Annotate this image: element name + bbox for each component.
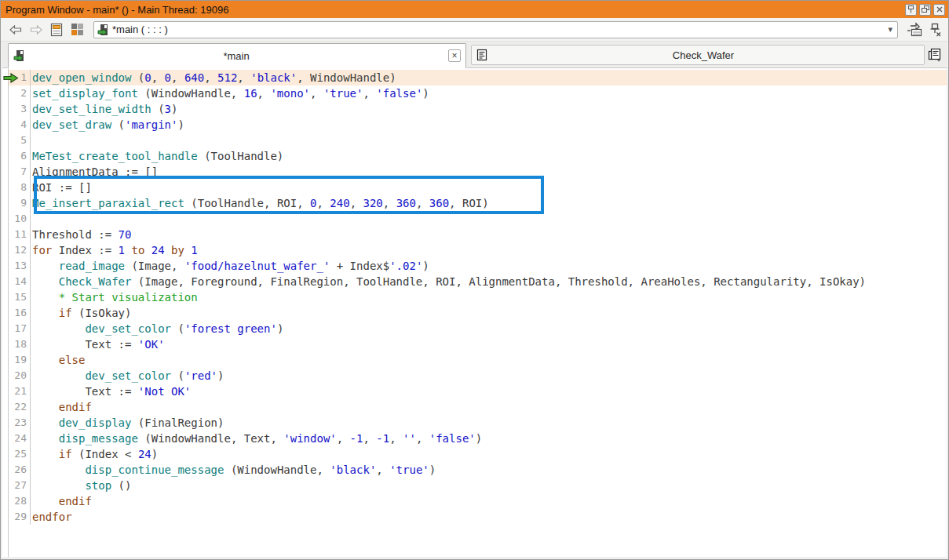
code-text bbox=[31, 211, 32, 227]
restore-icon bbox=[922, 5, 929, 13]
line-number: 3 bbox=[9, 101, 31, 117]
forward-icon bbox=[30, 25, 42, 35]
window-layout-button[interactable] bbox=[68, 21, 86, 38]
code-editor[interactable]: 1dev_open_window (0, 0, 640, 512, 'black… bbox=[2, 68, 947, 557]
procedure-selector[interactable]: *main ( : : : ) ▾ bbox=[93, 21, 898, 38]
code-text: endfor bbox=[31, 509, 72, 525]
main-procedure-icon bbox=[13, 49, 24, 62]
line-number: 20 bbox=[9, 368, 31, 384]
pin-icon bbox=[907, 5, 914, 13]
code-line[interactable]: 22 endif bbox=[9, 399, 947, 415]
code-text: dev_open_window (0, 0, 640, 512, 'black'… bbox=[31, 70, 396, 85]
code-text: Check_Wafer (Image, Foreground, FinalReg… bbox=[31, 274, 866, 289]
code-text: if (Index < 24) bbox=[31, 446, 158, 462]
code-line[interactable]: 18 Text := 'OK' bbox=[9, 336, 947, 352]
code-line[interactable]: 17 dev_set_color ('forest green') bbox=[9, 321, 947, 336]
code-text: Text := 'OK' bbox=[31, 336, 165, 352]
line-number: 21 bbox=[9, 384, 31, 399]
code-line[interactable]: 4dev_set_draw ('margin') bbox=[9, 117, 947, 133]
tab-main[interactable]: *main × bbox=[8, 43, 466, 68]
line-number: 22 bbox=[9, 399, 31, 415]
code-text: stop () bbox=[31, 478, 131, 493]
code-line[interactable]: 15 * Start visualization bbox=[9, 289, 947, 305]
unpin-window-button[interactable] bbox=[926, 21, 944, 38]
procedure-selector-value: *main ( : : : ) bbox=[112, 24, 884, 35]
code-line[interactable]: 29endfor bbox=[9, 509, 947, 525]
close-window-button[interactable] bbox=[933, 4, 945, 16]
code-line[interactable]: 3dev_set_line_width (3) bbox=[9, 101, 947, 117]
line-number: 15 bbox=[9, 289, 31, 305]
tab-check-wafer[interactable]: Check_Wafer bbox=[471, 45, 925, 65]
unpin-icon bbox=[929, 23, 942, 37]
toolbar: *main ( : : : ) ▾ bbox=[1, 18, 948, 42]
code-text: dev_set_line_width (3) bbox=[31, 101, 177, 117]
code-rows: 1dev_open_window (0, 0, 640, 512, 'black… bbox=[9, 70, 947, 525]
tab-close-button[interactable]: × bbox=[448, 49, 461, 62]
procedure-document-icon bbox=[476, 49, 487, 61]
code-text: dev_set_color ('forest green') bbox=[31, 321, 283, 336]
code-line[interactable]: 26 disp_continue_message (WindowHandle, … bbox=[9, 462, 947, 478]
line-number: 19 bbox=[9, 352, 31, 368]
code-text: disp_message (WindowHandle, Text, 'windo… bbox=[31, 431, 482, 446]
code-line[interactable]: 23 dev_display (FinalRegion) bbox=[9, 415, 947, 431]
code-line[interactable]: 21 Text := 'Not OK' bbox=[9, 384, 947, 399]
code-text: dev_set_color ('red') bbox=[31, 368, 224, 384]
code-line[interactable]: 28 endif bbox=[9, 493, 947, 509]
code-line[interactable]: 27 stop () bbox=[9, 478, 947, 493]
tab-check-wafer-label: Check_Wafer bbox=[487, 49, 919, 61]
procedure-list-icon bbox=[50, 23, 63, 37]
line-number: 8 bbox=[9, 180, 31, 195]
code-text: for Index := 1 to 24 by 1 bbox=[31, 242, 198, 258]
line-number: 4 bbox=[9, 117, 31, 133]
line-number: 2 bbox=[9, 85, 31, 101]
code-line[interactable]: 5 bbox=[9, 133, 947, 148]
code-line[interactable]: 25 if (Index < 24) bbox=[9, 446, 947, 462]
breakpoint-margin[interactable] bbox=[2, 68, 9, 557]
pin-window-button[interactable] bbox=[905, 4, 917, 16]
code-line[interactable]: 19 else bbox=[9, 352, 947, 368]
procedure-list-button[interactable] bbox=[48, 21, 65, 38]
code-line[interactable]: 13 read_image (Image, 'food/hazelnut_waf… bbox=[9, 258, 947, 274]
tab-list-icon bbox=[927, 48, 942, 62]
main-procedure-icon bbox=[97, 24, 108, 36]
line-number: 16 bbox=[9, 305, 31, 321]
line-number: 7 bbox=[9, 164, 31, 180]
selection-rect bbox=[34, 176, 544, 214]
window-title: Program Window - main* () - Main Thread:… bbox=[5, 4, 903, 16]
forward-button[interactable] bbox=[27, 21, 45, 38]
line-number: 9 bbox=[9, 195, 31, 211]
line-number: 6 bbox=[9, 148, 31, 164]
code-line[interactable]: 2set_display_font (WindowHandle, 16, 'mo… bbox=[9, 85, 947, 101]
code-line[interactable]: 6MeTest_create_tool_handle (ToolHandle) bbox=[9, 148, 947, 164]
code-text: Threshold := 70 bbox=[31, 227, 131, 242]
code-line[interactable]: 1dev_open_window (0, 0, 640, 512, 'black… bbox=[9, 70, 947, 85]
attach-window-button[interactable] bbox=[906, 21, 923, 38]
tab-list-button[interactable] bbox=[924, 45, 944, 65]
back-button[interactable] bbox=[7, 21, 24, 38]
code-line[interactable]: 12for Index := 1 to 24 by 1 bbox=[9, 242, 947, 258]
line-number: 26 bbox=[9, 462, 31, 478]
program-window: Program Window - main* () - Main Thread:… bbox=[0, 0, 949, 560]
code-line[interactable]: 11Threshold := 70 bbox=[9, 227, 947, 242]
title-bar[interactable]: Program Window - main* () - Main Thread:… bbox=[1, 1, 948, 18]
code-text: else bbox=[31, 352, 85, 368]
line-number: 13 bbox=[9, 258, 31, 274]
close-icon bbox=[936, 6, 943, 13]
code-text: dev_display (FinalRegion) bbox=[31, 415, 224, 431]
code-line[interactable]: 20 dev_set_color ('red') bbox=[9, 368, 947, 384]
tab-bar: *main × Check_Wafer bbox=[2, 42, 947, 68]
code-line[interactable]: 14 Check_Wafer (Image, Foreground, Final… bbox=[9, 274, 947, 289]
chevron-down-icon[interactable]: ▾ bbox=[888, 25, 892, 34]
code-text: Text := 'Not OK' bbox=[31, 384, 191, 399]
line-number: 14 bbox=[9, 274, 31, 289]
line-number: 17 bbox=[9, 321, 31, 336]
line-number: 5 bbox=[9, 133, 31, 148]
program-counter-arrow-icon bbox=[3, 73, 19, 83]
code-line[interactable]: 24 disp_message (WindowHandle, Text, 'wi… bbox=[9, 431, 947, 446]
line-number: 12 bbox=[9, 242, 31, 258]
line-number: 24 bbox=[9, 431, 31, 446]
line-number: 27 bbox=[9, 478, 31, 493]
code-line[interactable]: 16 if (IsOkay) bbox=[9, 305, 947, 321]
line-number: 11 bbox=[9, 227, 31, 242]
restore-window-button[interactable] bbox=[919, 4, 931, 16]
